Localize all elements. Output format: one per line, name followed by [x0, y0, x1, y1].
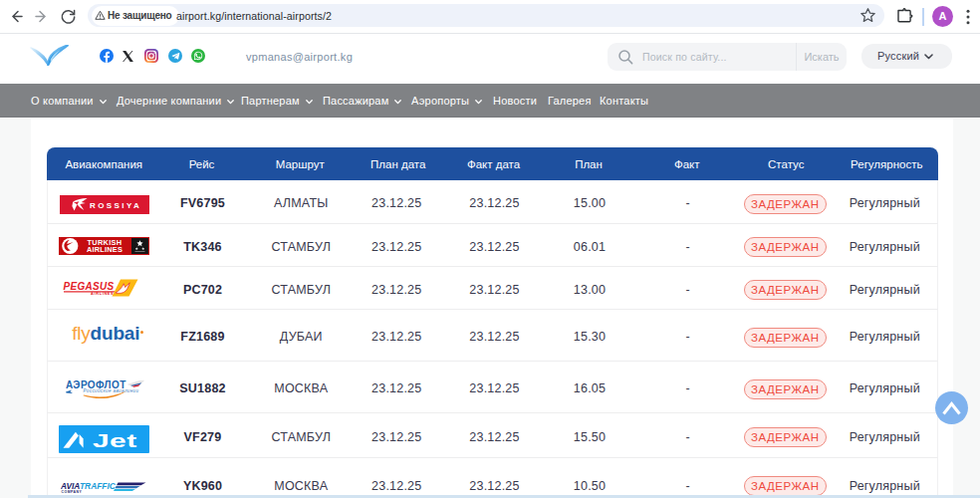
svg-text:PEGASUS: PEGASUS — [64, 281, 115, 292]
svg-text:ROSSIYA: ROSSIYA — [90, 201, 141, 210]
svg-text:Российские авиалинии: Российские авиалинии — [84, 387, 139, 393]
svg-text:COMPANY: COMPANY — [61, 490, 82, 494]
svg-text:AIRLINES: AIRLINES — [91, 291, 114, 295]
svg-text:AIRLINES: AIRLINES — [87, 245, 122, 254]
svg-text:TRAFFIC: TRAFFIC — [80, 481, 117, 491]
svg-text:Jet: Jet — [93, 431, 137, 450]
